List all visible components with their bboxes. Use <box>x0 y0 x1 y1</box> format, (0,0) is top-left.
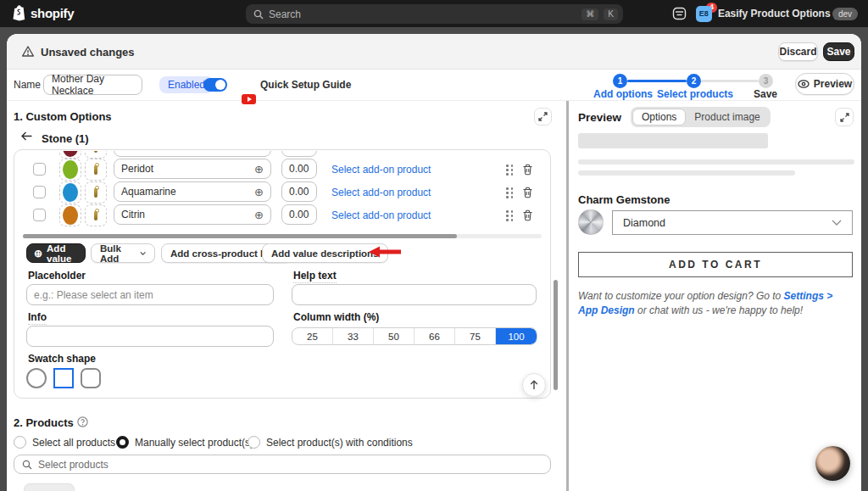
gem-thumbnail[interactable] <box>59 151 81 159</box>
option-breadcrumb[interactable]: Stone (1) <box>42 132 89 145</box>
radio-all-products-label[interactable]: Select all products <box>32 437 115 449</box>
add-image-icon[interactable]: ⊕ <box>254 164 264 175</box>
width-option-50[interactable]: 50 <box>374 328 415 344</box>
value-name-input[interactable] <box>114 151 271 157</box>
row-checkbox[interactable] <box>33 209 46 221</box>
tab-product-image[interactable]: Product image <box>686 109 768 126</box>
drag-handle[interactable] <box>506 187 514 198</box>
select-addon-link[interactable]: Select add-on product <box>331 187 431 198</box>
pendant-thumbnail[interactable] <box>85 181 107 204</box>
placeholder-input[interactable]: e.g.: Please select an item <box>26 284 274 305</box>
diamond-swatch-image[interactable] <box>578 209 604 235</box>
step-3-label: Save <box>754 88 777 100</box>
gemstone-select[interactable]: Diamond <box>612 210 853 235</box>
gem-thumbnail[interactable] <box>59 204 81 226</box>
bulk-add-button[interactable]: Bulk Add <box>91 243 155 263</box>
scroll-to-top-button[interactable] <box>522 373 546 397</box>
swatch-shape-square[interactable] <box>53 368 74 388</box>
gem-thumbnail[interactable] <box>59 181 81 204</box>
step-2-label[interactable]: Select products <box>657 88 733 100</box>
storefront-icon[interactable] <box>672 7 687 24</box>
delete-icon[interactable] <box>522 187 533 198</box>
delete-icon[interactable] <box>522 209 533 221</box>
delete-icon[interactable] <box>522 164 533 176</box>
width-option-75[interactable]: 75 <box>455 328 496 344</box>
select-addon-link[interactable]: Select add-on product <box>331 164 431 176</box>
skeleton-bar-line1 <box>578 159 854 165</box>
value-price-input[interactable]: 0.00 <box>281 181 317 202</box>
radio-conditions-label[interactable]: Select product(s) with conditions <box>266 437 413 449</box>
width-option-25[interactable]: 25 <box>292 328 333 344</box>
name-label: Name <box>14 79 41 91</box>
expand-preview-button[interactable] <box>835 108 854 126</box>
help-circle-icon[interactable] <box>77 416 88 427</box>
value-name-input[interactable]: Citrin⊕ <box>114 204 271 225</box>
radio-conditions[interactable] <box>248 436 260 449</box>
left-panel-scrollbar[interactable] <box>554 280 558 390</box>
drag-handle[interactable] <box>506 210 514 221</box>
tab-options[interactable]: Options <box>632 109 686 126</box>
swatch-shape-rounded[interactable] <box>81 368 101 388</box>
value-name-input[interactable]: Aquamarine⊕ <box>114 181 271 202</box>
width-option-33[interactable]: 33 <box>333 328 374 344</box>
swatch-shape-circle[interactable] <box>26 368 47 388</box>
radio-manual-select[interactable] <box>116 436 129 449</box>
shopify-logo[interactable]: shopify <box>12 5 74 21</box>
info-input[interactable] <box>26 326 274 347</box>
add-image-icon[interactable]: ⊕ <box>254 187 264 198</box>
option-header-row: Name Mother Day Necklace Enabled Quick S… <box>7 70 861 101</box>
red-annotation-arrow <box>369 245 401 259</box>
add-value-button[interactable]: ⊕ Add value <box>26 243 86 263</box>
width-option-100[interactable]: 100 <box>496 328 537 344</box>
enabled-toggle[interactable] <box>203 78 227 92</box>
column-width-label: Column width (%) <box>293 311 379 323</box>
value-name-input[interactable]: Peridot⊕ <box>114 159 271 179</box>
pendant-thumbnail[interactable] <box>85 151 107 159</box>
value-row: Peridot⊕ 0.00 Select add-on product <box>15 159 549 181</box>
values-hscroll-thumb[interactable] <box>23 234 457 238</box>
save-button[interactable]: Save <box>823 42 854 61</box>
option-name-input[interactable]: Mother Day Necklace <box>43 75 142 95</box>
width-option-66[interactable]: 66 <box>415 328 455 344</box>
pendant-thumbnail[interactable] <box>85 204 107 226</box>
value-price-input[interactable]: 0.00 <box>281 159 317 179</box>
value-row: Aquamarine⊕ 0.00 Select add-on product <box>15 181 549 204</box>
add-to-cart-button[interactable]: ADD TO CART <box>578 252 853 277</box>
row-checkbox[interactable] <box>33 163 46 176</box>
expand-icon <box>840 113 849 122</box>
value-price-input[interactable]: 0.00 <box>281 204 317 225</box>
store-avatar: E8 <box>696 6 712 22</box>
step-2-circle[interactable]: 2 <box>687 74 701 88</box>
add-value-label: Add value <box>47 243 78 264</box>
value-row-partial <box>15 151 549 159</box>
bulk-add-label: Bulk Add <box>100 243 135 264</box>
value-price-input[interactable] <box>281 151 317 157</box>
expand-options-button[interactable] <box>534 108 552 126</box>
unsaved-changes-banner: Unsaved changes Discard Save <box>7 34 861 70</box>
custom-options-title: 1. Custom Options <box>14 110 112 123</box>
pendant-thumbnail[interactable] <box>85 159 107 181</box>
gem-thumbnail[interactable] <box>59 159 81 181</box>
add-image-icon[interactable]: ⊕ <box>254 209 264 220</box>
radio-all-products[interactable] <box>14 436 26 449</box>
select-addon-link[interactable]: Select add-on product <box>331 209 431 221</box>
step-3-circle: 3 <box>759 74 773 88</box>
step-1-circle[interactable]: 1 <box>613 74 627 88</box>
radio-manual-select-label[interactable]: Manually select product(s) <box>135 437 253 449</box>
option-values-card: Peridot⊕ 0.00 Select add-on product Aqua… <box>14 149 551 399</box>
drag-handle[interactable] <box>506 165 514 176</box>
select-products-placeholder: Select products <box>38 459 108 471</box>
select-products-input[interactable]: Select products <box>14 455 551 474</box>
support-chat-avatar[interactable] <box>815 446 850 481</box>
skeleton-bar-title <box>578 133 768 148</box>
preview-button[interactable]: Preview <box>795 73 854 95</box>
store-menu[interactable]: E8 Easify Product Options (p... dev <box>691 3 863 24</box>
quick-setup-guide-link[interactable]: Quick Setup Guide <box>260 79 351 91</box>
discard-button[interactable]: Discard <box>778 42 818 61</box>
row-checkbox[interactable] <box>33 186 46 198</box>
shopify-bag-icon <box>12 5 26 21</box>
step-1-label[interactable]: Add options <box>593 88 653 100</box>
back-arrow-icon[interactable] <box>21 131 32 141</box>
help-text-input[interactable] <box>292 284 537 305</box>
global-search-input[interactable]: Search ⌘ K <box>246 4 623 24</box>
